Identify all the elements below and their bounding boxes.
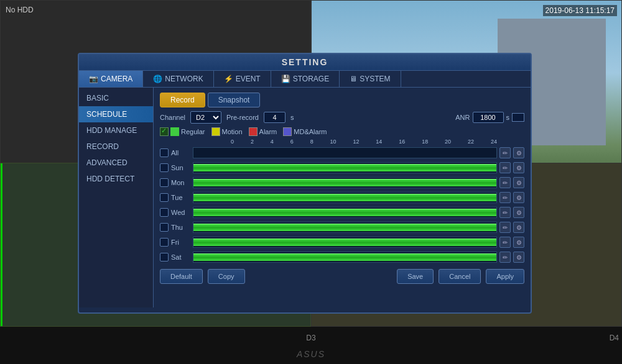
sidebar-item-advanced[interactable]: ADVANCED bbox=[79, 155, 153, 171]
save-button[interactable]: Save bbox=[397, 269, 434, 284]
settings-wed[interactable]: ⚙ bbox=[513, 207, 524, 218]
asus-logo: ASUS bbox=[297, 349, 325, 359]
legend-motion: Motion bbox=[211, 127, 243, 136]
camera-icon: 📷 bbox=[89, 75, 98, 83]
event-icon: ⚡ bbox=[224, 75, 233, 83]
label-thu: Thu bbox=[171, 224, 193, 231]
legend-md-alarm-color bbox=[283, 127, 292, 136]
bar-thu[interactable] bbox=[193, 222, 497, 233]
tab-bar: 📷 CAMERA 🌐 NETWORK ⚡ EVENT 💾 STORAGE 🖥 S… bbox=[79, 71, 531, 88]
toggle-fri[interactable] bbox=[160, 238, 169, 247]
legend-alarm-label: Alarm bbox=[259, 128, 277, 135]
edit-thu[interactable]: ✏ bbox=[499, 222, 511, 233]
legend-motion-label: Motion bbox=[222, 128, 243, 135]
label-tue: Tue bbox=[171, 194, 193, 201]
schedule-row-mon: Mon ✏ ⚙ bbox=[160, 176, 524, 189]
tab-event[interactable]: ⚡ EVENT bbox=[214, 71, 271, 87]
sidebar-item-basic[interactable]: BASIC bbox=[79, 90, 153, 106]
toggle-thu[interactable] bbox=[160, 223, 169, 232]
anr-toggle[interactable] bbox=[512, 113, 524, 122]
settings-thu[interactable]: ⚙ bbox=[513, 222, 524, 233]
system-icon: 🖥 bbox=[350, 75, 357, 83]
edit-sat[interactable]: ✏ bbox=[499, 252, 511, 263]
toggle-sat[interactable] bbox=[160, 253, 169, 262]
sidebar: BASIC SCHEDULE HDD MANAGE RECORD ADVANCE… bbox=[79, 88, 154, 307]
pre-record-unit: s bbox=[290, 114, 294, 121]
label-all: All bbox=[171, 149, 193, 157]
sidebar-item-hdd-detect[interactable]: HDD DETECT bbox=[79, 171, 153, 187]
actions-wed: ✏ ⚙ bbox=[499, 207, 524, 218]
timestamp: 2019-06-13 11:15:17 bbox=[543, 5, 617, 16]
actions-thu: ✏ ⚙ bbox=[499, 222, 524, 233]
anr-value: 1800 bbox=[473, 112, 504, 123]
legend-alarm: Alarm bbox=[249, 127, 277, 136]
bar-sun[interactable] bbox=[193, 162, 497, 173]
sub-tab-record[interactable]: Record bbox=[160, 93, 205, 107]
toggle-tue[interactable] bbox=[160, 193, 169, 202]
copy-button[interactable]: Copy bbox=[208, 269, 245, 284]
legend-md-alarm-label: MD&Alarm bbox=[294, 128, 327, 135]
legend-md-alarm: MD&Alarm bbox=[283, 127, 327, 136]
sub-tab-snapshot[interactable]: Snapshot bbox=[208, 93, 261, 107]
bar-fri[interactable] bbox=[193, 237, 497, 248]
edit-mon[interactable]: ✏ bbox=[499, 177, 511, 188]
toggle-mon[interactable] bbox=[160, 178, 169, 187]
settings-sat[interactable]: ⚙ bbox=[513, 252, 524, 263]
toggle-wed[interactable] bbox=[160, 208, 169, 217]
network-icon: 🌐 bbox=[153, 75, 162, 83]
settings-all[interactable]: ⚙ bbox=[513, 147, 524, 158]
schedule-row-wed: Wed ✏ ⚙ bbox=[160, 206, 524, 219]
settings-tue[interactable]: ⚙ bbox=[513, 192, 524, 203]
label-fri: Fri bbox=[171, 239, 193, 246]
bar-all[interactable] bbox=[193, 147, 497, 158]
dialog-content: BASIC SCHEDULE HDD MANAGE RECORD ADVANCE… bbox=[79, 88, 531, 307]
setting-dialog: SETTING 📷 CAMERA 🌐 NETWORK ⚡ EVENT 💾 STO… bbox=[78, 53, 532, 314]
edit-all[interactable]: ✏ bbox=[499, 147, 511, 158]
anr-unit: s bbox=[506, 114, 510, 121]
cam-d4-label: D4 bbox=[610, 334, 619, 342]
controls-row: Channel D2 D1 D3 D4 Pre-record 4 s ANR 1… bbox=[160, 111, 524, 124]
label-sat: Sat bbox=[171, 253, 193, 261]
schedule-grid: All ✏ ⚙ Sun bbox=[160, 146, 524, 264]
settings-mon[interactable]: ⚙ bbox=[513, 177, 524, 188]
bar-mon[interactable] bbox=[193, 177, 497, 188]
settings-fri[interactable]: ⚙ bbox=[513, 237, 524, 248]
schedule-row-fri: Fri ✏ ⚙ bbox=[160, 235, 524, 249]
cam-d3-label: D3 bbox=[306, 334, 315, 342]
toggle-all[interactable] bbox=[160, 148, 169, 157]
schedule-row-thu: Thu ✏ ⚙ bbox=[160, 221, 524, 234]
cancel-button[interactable]: Cancel bbox=[439, 269, 481, 284]
bar-tue[interactable] bbox=[193, 192, 497, 203]
legend-row: Regular Motion Alarm MD&Alarm bbox=[160, 127, 524, 136]
toggle-sun[interactable] bbox=[160, 163, 169, 172]
tab-network[interactable]: 🌐 NETWORK bbox=[143, 71, 213, 87]
sub-tabs: Record Snapshot bbox=[160, 93, 524, 107]
sidebar-item-schedule[interactable]: SCHEDULE bbox=[79, 106, 153, 122]
default-button[interactable]: Default bbox=[160, 269, 203, 284]
tab-storage[interactable]: 💾 STORAGE bbox=[271, 71, 340, 87]
bar-sat[interactable] bbox=[193, 252, 497, 263]
tab-system[interactable]: 🖥 SYSTEM bbox=[340, 71, 401, 87]
sidebar-item-record[interactable]: RECORD bbox=[79, 139, 153, 155]
apply-button[interactable]: Apply bbox=[486, 269, 524, 284]
edit-wed[interactable]: ✏ bbox=[499, 207, 511, 218]
storage-icon: 💾 bbox=[281, 75, 290, 83]
tab-camera[interactable]: 📷 CAMERA bbox=[79, 71, 143, 87]
time-labels: 0 2 4 6 8 10 12 14 16 18 20 22 24 bbox=[231, 139, 497, 145]
settings-sun[interactable]: ⚙ bbox=[513, 162, 524, 173]
channel-select[interactable]: D2 D1 D3 D4 bbox=[190, 111, 221, 124]
bar-wed[interactable] bbox=[193, 207, 497, 218]
actions-sat: ✏ ⚙ bbox=[499, 252, 524, 263]
edit-tue[interactable]: ✏ bbox=[499, 192, 511, 203]
sidebar-item-hdd-manage[interactable]: HDD MANAGE bbox=[79, 122, 153, 139]
time-header: 0 2 4 6 8 10 12 14 16 18 20 22 24 bbox=[160, 139, 524, 145]
legend-regular-color bbox=[170, 127, 179, 136]
label-mon: Mon bbox=[171, 179, 193, 186]
edit-sun[interactable]: ✏ bbox=[499, 162, 511, 173]
edit-fri[interactable]: ✏ bbox=[499, 237, 511, 248]
legend-regular-label: Regular bbox=[181, 128, 205, 135]
actions-mon: ✏ ⚙ bbox=[499, 177, 524, 188]
main-panel: Record Snapshot Channel D2 D1 D3 D4 Pre-… bbox=[154, 88, 531, 307]
actions-sun: ✏ ⚙ bbox=[499, 162, 524, 173]
dialog-title: SETTING bbox=[79, 54, 531, 71]
